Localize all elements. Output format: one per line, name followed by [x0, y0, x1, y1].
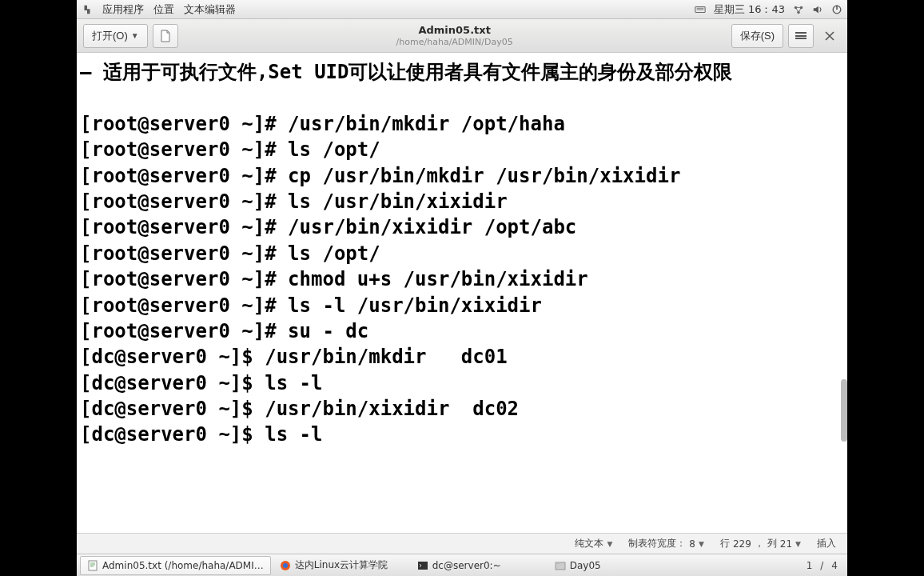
menu-button[interactable] — [788, 24, 814, 48]
menu-places[interactable]: 位置 — [153, 2, 174, 17]
close-icon — [825, 31, 834, 41]
cursor-position[interactable]: 行 229 ， 列 21 ▼ — [720, 537, 801, 550]
folder-icon — [555, 560, 566, 571]
window-subtitle: /home/haha/ADMIN/Day05 — [183, 37, 727, 47]
line-label: 行 — [720, 537, 730, 550]
network-icon[interactable] — [793, 4, 804, 15]
taskbar-item-files[interactable]: Day05 — [548, 556, 643, 575]
insert-mode: 插入 — [817, 537, 836, 550]
status-bar: 纯文本 ▼ 制表符宽度： 8 ▼ 行 229 ， 列 21 ▼ 插入 — [77, 533, 847, 554]
window-title-block: Admin05.txt /home/haha/ADMIN/Day05 — [183, 24, 727, 47]
menu-applications[interactable]: 应用程序 — [102, 2, 144, 17]
chevron-down-icon: ▼ — [131, 31, 139, 40]
clock[interactable]: 星期三 16：43 — [714, 2, 785, 17]
firefox-icon — [280, 560, 291, 571]
window-title: Admin05.txt — [183, 24, 727, 37]
tab-width-label: 制表符宽度： — [628, 537, 686, 550]
terminal-icon — [417, 560, 428, 571]
workspace-current: 1 — [807, 560, 813, 571]
save-button-label: 保存(S) — [740, 29, 775, 43]
close-button[interactable] — [818, 24, 841, 48]
new-document-button[interactable] — [153, 24, 178, 48]
svg-rect-8 — [89, 561, 97, 570]
col-label: 列 — [767, 537, 777, 550]
line-value: 229 — [733, 538, 751, 550]
scrollbar-thumb[interactable] — [841, 379, 847, 442]
menu-text-editor[interactable]: 文本编辑器 — [184, 2, 236, 17]
keyboard-indicator-icon[interactable] — [695, 4, 706, 15]
text-editor-window: 打开(O) ▼ Admin05.txt /home/haha/ADMIN/Day… — [77, 19, 847, 554]
taskbar-item-terminal[interactable]: dc@server0:~ — [410, 556, 546, 575]
document-icon — [160, 30, 171, 42]
editor-header-bar: 打开(O) ▼ Admin05.txt /home/haha/ADMIN/Day… — [77, 19, 847, 53]
bottom-taskbar: Admin05.txt (/home/haha/ADMI… 达内Linux云计算… — [77, 554, 847, 576]
save-button[interactable]: 保存(S) — [731, 24, 783, 48]
power-icon[interactable] — [831, 4, 842, 15]
top-panel: 应用程序 位置 文本编辑器 星期三 16：43 — [77, 0, 847, 19]
svg-rect-13 — [556, 562, 560, 564]
taskbar-item-admin05[interactable]: Admin05.txt (/home/haha/ADMI… — [80, 556, 271, 575]
svg-point-10 — [283, 563, 288, 568]
editor-text-area[interactable]: – 适用于可执行文件,Set UID可以让使用者具有文件属主的身份及部分权限 [… — [77, 53, 847, 533]
language-selector[interactable]: 纯文本 ▼ — [575, 537, 612, 550]
open-button-label: 打开(O) — [92, 29, 128, 43]
hamburger-icon — [795, 31, 807, 41]
tab-width-selector[interactable]: 制表符宽度： 8 ▼ — [628, 537, 704, 550]
taskbar-item-label: dc@server0:~ — [432, 560, 501, 571]
workspace-indicator[interactable]: 1 / 4 — [800, 560, 844, 571]
volume-icon[interactable] — [812, 4, 823, 15]
chevron-down-icon: ▼ — [607, 540, 612, 548]
svg-rect-11 — [418, 562, 428, 570]
language-label: 纯文本 — [575, 537, 603, 550]
taskbar-item-label: Day05 — [570, 560, 601, 571]
open-button[interactable]: 打开(O) ▼ — [83, 24, 148, 48]
chevron-down-icon: ▼ — [795, 540, 801, 548]
taskbar-item-browser[interactable]: 达内Linux云计算学院 — [273, 556, 408, 575]
tab-width-value: 8 — [689, 538, 695, 550]
activities-icon[interactable] — [82, 4, 93, 15]
text-editor-icon — [87, 560, 98, 571]
chevron-down-icon: ▼ — [699, 540, 704, 548]
col-value: 21 — [780, 538, 792, 550]
desktop: 应用程序 位置 文本编辑器 星期三 16：43 打开(O) ▼ — [77, 0, 847, 576]
taskbar-item-label: Admin05.txt (/home/haha/ADMI… — [102, 560, 264, 571]
taskbar-item-label: 达内Linux云计算学院 — [295, 558, 388, 572]
workspace-total: 4 — [831, 560, 838, 571]
